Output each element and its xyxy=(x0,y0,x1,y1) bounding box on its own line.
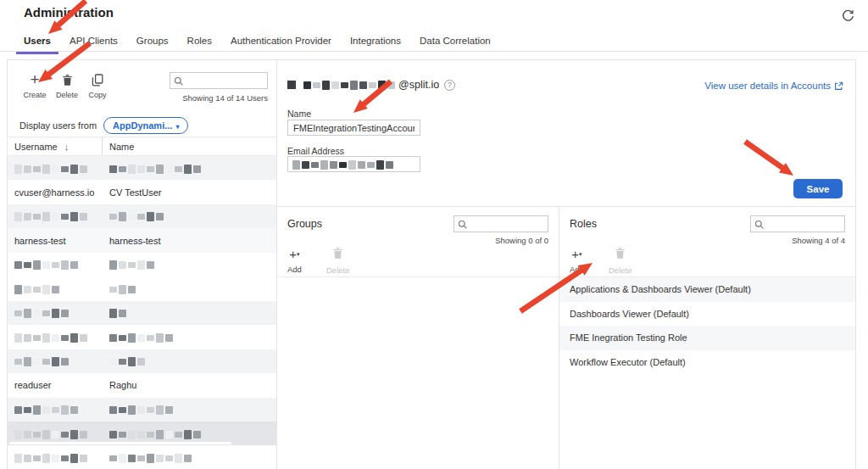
user-source-dropdown[interactable]: AppDynami...▾ xyxy=(103,117,188,134)
view-user-details-link[interactable]: View user details in Accounts xyxy=(704,81,843,91)
redacted-pixel xyxy=(61,405,69,415)
redacted-pixel xyxy=(109,334,117,342)
page-title: Administration xyxy=(24,5,114,20)
table-row[interactable]: harness-testharness-test xyxy=(8,228,276,252)
roles-list: Applications & Dashboards Viewer (Defaul… xyxy=(559,277,855,374)
redacted-pixel xyxy=(156,165,164,174)
redacted-pixel xyxy=(348,160,356,170)
table-row[interactable]: readuserRaghu xyxy=(8,373,276,397)
role-list-item[interactable]: Applications & Dashboards Viewer (Defaul… xyxy=(559,277,855,302)
create-user-button[interactable]: + Create xyxy=(18,70,52,99)
redacted-pixel xyxy=(303,81,311,89)
search-icon xyxy=(754,220,765,230)
delete-group-button-disabled[interactable]: Delete xyxy=(326,247,349,275)
search-icon xyxy=(458,220,468,230)
username-cell xyxy=(8,428,103,439)
redacted-pixel xyxy=(52,213,59,221)
redacted-pixel xyxy=(109,358,117,366)
redacted-pixel xyxy=(128,333,136,343)
groups-title: Groups xyxy=(287,218,322,230)
filter-label: Display users from xyxy=(19,120,97,131)
display-users-filter: Display users from AppDynami...▾ xyxy=(19,113,188,138)
name-cell xyxy=(103,308,276,319)
redacted-pixel xyxy=(387,81,395,89)
copy-icon xyxy=(81,70,114,89)
copy-user-button[interactable]: Copy xyxy=(81,70,114,99)
name-field[interactable] xyxy=(287,120,420,136)
redacted-pixel xyxy=(119,432,126,438)
table-row[interactable] xyxy=(8,349,276,373)
plus-icon: + xyxy=(571,247,579,261)
redacted-pixel xyxy=(42,310,50,316)
users-table: Username ↓ Name cvuser@harness.ioCV Test… xyxy=(8,137,276,469)
redacted-pixel xyxy=(70,430,78,439)
redacted-pixel xyxy=(109,309,117,318)
username-cell xyxy=(8,404,103,415)
redacted-pixel xyxy=(14,310,22,316)
delete-role-button-disabled[interactable]: Delete xyxy=(609,247,632,275)
redacted-pixel xyxy=(24,407,31,413)
redacted-pixel xyxy=(33,432,41,438)
redacted-email-value xyxy=(292,157,395,172)
table-row-selected[interactable] xyxy=(8,422,276,445)
table-row[interactable] xyxy=(8,276,276,300)
redacted-pixel xyxy=(52,165,59,173)
redacted-pixel xyxy=(109,165,117,173)
roles-search xyxy=(750,215,845,232)
username-cell: readuser xyxy=(8,380,103,390)
add-label: Add xyxy=(570,265,584,274)
roles-section: Roles Showing 4 of 4 +▾ Add xyxy=(559,207,855,469)
groups-search-input[interactable] xyxy=(470,216,546,232)
redacted-pixel xyxy=(109,406,117,414)
horizontal-scrollbar[interactable] xyxy=(9,442,231,444)
redacted-pixel xyxy=(193,431,201,438)
table-row[interactable] xyxy=(8,398,276,422)
trash-icon xyxy=(615,247,626,260)
table-row[interactable] xyxy=(8,445,276,469)
redacted-pixel xyxy=(33,310,41,317)
column-header-username[interactable]: Username ↓ xyxy=(8,137,103,155)
name-cell xyxy=(103,283,276,294)
redacted-pixel xyxy=(109,455,117,461)
table-row[interactable] xyxy=(8,301,276,325)
name-cell: Raghu xyxy=(103,380,276,390)
redacted-pixel xyxy=(33,358,41,366)
role-list-item[interactable]: FME Inegration Testing Role xyxy=(559,326,855,350)
help-icon[interactable]: ? xyxy=(444,80,455,91)
refresh-button[interactable] xyxy=(838,8,857,26)
users-table-header: Username ↓ Name xyxy=(8,137,276,156)
redacted-pixel xyxy=(175,454,182,463)
redacted-pixel xyxy=(128,213,136,221)
sort-descending-icon[interactable]: ↓ xyxy=(64,142,70,152)
role-list-item[interactable]: Workflow Executor (Default) xyxy=(559,350,855,375)
column-header-name[interactable]: Name xyxy=(103,142,276,152)
table-row[interactable] xyxy=(8,156,276,180)
save-button[interactable]: Save xyxy=(793,179,843,198)
redacted-pixel xyxy=(156,430,164,439)
redacted-pixel xyxy=(42,430,50,439)
redacted-pixel xyxy=(367,162,375,168)
table-row[interactable] xyxy=(8,253,276,276)
add-group-button[interactable]: +▾ Add xyxy=(287,247,302,274)
username-cell xyxy=(8,356,103,367)
role-list-item[interactable]: Dashboards Viewer (Default) xyxy=(559,302,855,327)
redacted-pixel xyxy=(24,334,31,342)
redacted-pixel xyxy=(14,333,22,343)
redacted-pixel xyxy=(42,165,50,174)
redacted-pixel xyxy=(311,162,319,168)
table-row[interactable] xyxy=(8,325,276,349)
name-cell xyxy=(103,260,276,271)
redacted-pixel xyxy=(119,212,126,221)
users-search-input[interactable] xyxy=(186,73,265,88)
email-field[interactable] xyxy=(287,156,420,172)
redacted-pixel xyxy=(119,261,126,269)
table-row[interactable]: cvuser@harness.ioCV TestUser xyxy=(8,180,276,204)
redacted-pixel xyxy=(24,213,31,221)
roles-search-input[interactable] xyxy=(766,216,843,232)
redacted-pixel xyxy=(313,82,320,88)
delete-user-button[interactable]: Delete xyxy=(50,70,84,99)
add-role-button[interactable]: +▾ Add xyxy=(570,247,584,274)
table-row[interactable] xyxy=(8,204,276,228)
divider xyxy=(277,276,559,277)
username-cell xyxy=(8,332,103,343)
